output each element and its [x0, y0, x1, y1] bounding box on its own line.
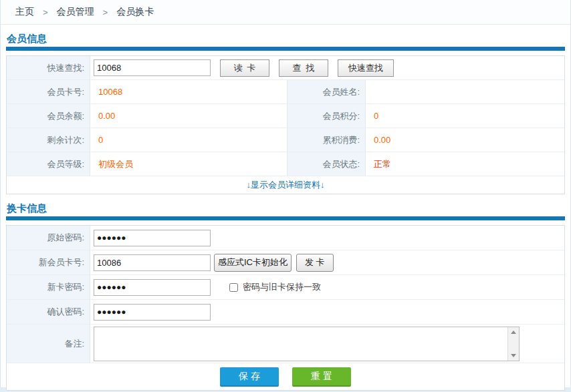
- reset-button[interactable]: 重 置: [292, 367, 351, 387]
- total-consumption-value: 0.00: [366, 128, 564, 152]
- breadcrumb-item-card-replace[interactable]: 会员换卡: [116, 6, 154, 18]
- member-card-number-label: 会员卡号:: [7, 80, 90, 104]
- breadcrumb-item-member-management[interactable]: 会员管理: [57, 6, 94, 18]
- card-change-table: 原始密码: 新会员卡号: 感应式IC卡初始化 发 卡 新卡密码: 密码与旧卡保持…: [6, 225, 565, 391]
- search-button[interactable]: 查 找: [279, 59, 328, 77]
- quick-search-row: 读 卡 查 找 快速查找: [90, 56, 564, 80]
- card-change-section-title: 换卡信息: [7, 202, 565, 214]
- new-card-number-input[interactable]: [94, 254, 211, 271]
- breadcrumb-separator: >: [103, 7, 108, 17]
- member-info-section-bar: [6, 47, 565, 51]
- scroll-up-icon[interactable]: [511, 331, 516, 334]
- original-password-input[interactable]: [94, 230, 211, 246]
- member-level-value: 初级会员: [90, 152, 287, 176]
- ic-card-init-button[interactable]: 感应式IC卡初始化: [214, 254, 292, 272]
- total-consumption-label: 累积消费:: [287, 128, 366, 152]
- form-actions-row: 保 存 重 置: [7, 363, 564, 390]
- confirm-password-input[interactable]: [94, 304, 211, 321]
- member-info-section-title: 会员信息: [7, 33, 565, 44]
- content-panel: 主页 > 会员管理 > 会员换卡 会员信息 快速查找: 读 卡 查 找 快速查找…: [0, 0, 571, 387]
- member-card-number-value: 10068: [90, 80, 287, 104]
- breadcrumb-item-home[interactable]: 主页: [15, 6, 34, 18]
- remaining-times-label: 剩余计次:: [7, 128, 90, 152]
- remaining-times-value: 0: [90, 128, 287, 152]
- member-name-label: 会员姓名:: [287, 80, 366, 104]
- breadcrumb-separator: >: [43, 7, 48, 17]
- member-name-value: [366, 80, 564, 104]
- same-password-checkbox[interactable]: [229, 283, 238, 292]
- read-card-button[interactable]: 读 卡: [220, 59, 269, 77]
- member-points-label: 会员积分:: [287, 104, 366, 128]
- issue-card-button[interactable]: 发 卡: [296, 254, 334, 272]
- member-info-table: 快速查找: 读 卡 查 找 快速查找 会员卡号: 10068 会员姓名: 会员余…: [6, 55, 565, 194]
- new-password-label: 新卡密码:: [7, 275, 90, 300]
- quick-find-button[interactable]: 快速查找: [338, 59, 394, 77]
- new-password-cell: 密码与旧卡保持一致: [90, 275, 564, 300]
- breadcrumb: 主页 > 会员管理 > 会员换卡: [1, 0, 570, 25]
- original-password-cell: [90, 226, 564, 250]
- member-balance-value: 0.00: [90, 104, 287, 128]
- confirm-password-cell: [90, 300, 564, 325]
- quick-search-input[interactable]: [94, 59, 211, 76]
- confirm-password-label: 确认密码:: [7, 300, 90, 325]
- remark-textarea[interactable]: [94, 327, 507, 361]
- member-balance-label: 会员余额:: [7, 104, 90, 128]
- new-password-input[interactable]: [94, 279, 211, 296]
- same-password-checkbox-label: 密码与旧卡保持一致: [243, 281, 321, 293]
- remark-textarea-wrap: [94, 327, 520, 361]
- new-card-number-label: 新会员卡号:: [7, 250, 90, 275]
- remark-label: 备注:: [7, 325, 90, 363]
- member-status-label: 会员状态:: [287, 152, 366, 176]
- show-member-detail-link[interactable]: ↓显示会员详细资料↓: [247, 179, 325, 191]
- member-points-value: 0: [366, 104, 564, 128]
- remark-scrollbar[interactable]: [507, 327, 519, 361]
- remark-cell: [90, 325, 564, 363]
- member-status-value: 正常: [366, 152, 564, 176]
- save-button[interactable]: 保 存: [220, 367, 279, 387]
- quick-search-label: 快速查找:: [7, 56, 90, 80]
- original-password-label: 原始密码:: [7, 226, 90, 250]
- member-level-label: 会员等级:: [7, 152, 90, 176]
- card-change-section-bar: [6, 216, 565, 220]
- detail-link-row: ↓显示会员详细资料↓: [7, 176, 564, 194]
- new-card-number-cell: 感应式IC卡初始化 发 卡: [90, 250, 564, 275]
- scroll-down-icon[interactable]: [511, 354, 516, 357]
